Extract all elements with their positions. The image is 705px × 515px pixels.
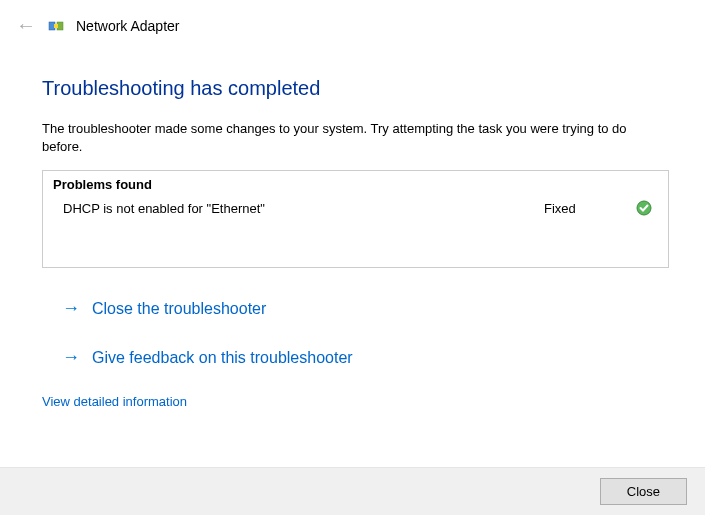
footer: Close: [0, 467, 705, 515]
close-troubleshooter-label: Close the troubleshooter: [92, 300, 266, 318]
give-feedback-link[interactable]: → Give feedback on this troubleshooter: [42, 337, 669, 378]
view-detailed-link[interactable]: View detailed information: [42, 394, 187, 409]
svg-rect-2: [54, 24, 58, 28]
header: ← Network Adapter: [0, 0, 705, 37]
troubleshooter-icon: [48, 18, 64, 34]
give-feedback-label: Give feedback on this troubleshooter: [92, 349, 353, 367]
close-button[interactable]: Close: [600, 478, 687, 505]
problems-heading: Problems found: [53, 177, 658, 192]
description-text: The troubleshooter made some changes to …: [42, 120, 669, 156]
problem-status: Fixed: [544, 201, 634, 216]
problem-row: DHCP is not enabled for "Ethernet" Fixed: [53, 198, 658, 218]
back-arrow-icon: ←: [16, 14, 36, 37]
page-title: Troubleshooting has completed: [42, 77, 669, 100]
close-troubleshooter-link[interactable]: → Close the troubleshooter: [42, 288, 669, 329]
content-area: Troubleshooting has completed The troubl…: [0, 37, 705, 409]
problem-text: DHCP is not enabled for "Ethernet": [63, 201, 544, 216]
arrow-right-icon: →: [62, 347, 82, 368]
fixed-check-icon: [634, 200, 652, 216]
window-title: Network Adapter: [76, 18, 180, 34]
problems-box: Problems found DHCP is not enabled for "…: [42, 170, 669, 268]
arrow-right-icon: →: [62, 298, 82, 319]
